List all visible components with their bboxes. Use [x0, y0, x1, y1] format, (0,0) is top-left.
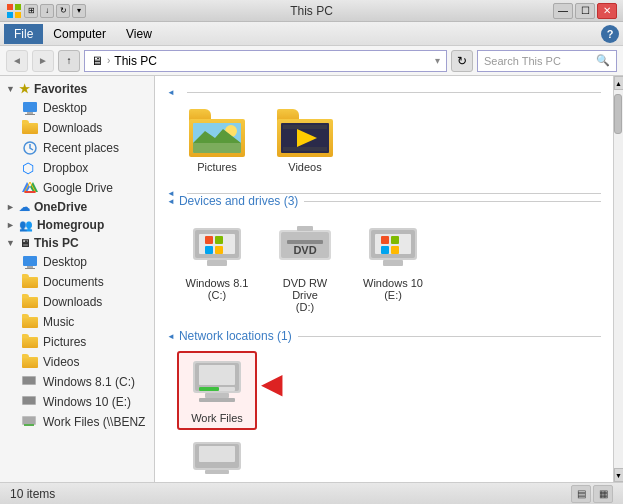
- downloads-fav-icon: [22, 120, 38, 136]
- svg-rect-55: [199, 387, 219, 391]
- grid-item-videos[interactable]: Videos: [265, 105, 345, 177]
- address-path[interactable]: 🖥 › This PC ▾: [84, 50, 447, 72]
- documents-icon: [22, 274, 38, 290]
- win81c-label: Windows 8.1 (C:): [181, 277, 253, 301]
- sidebar-section-thispc[interactable]: ▼ 🖥 This PC: [0, 234, 154, 252]
- tab-computer[interactable]: Computer: [43, 24, 116, 44]
- refresh-button[interactable]: ↻: [451, 50, 473, 72]
- sidebar-item-gdrive[interactable]: Google Drive: [0, 178, 154, 198]
- sidebar-item-videos[interactable]: Videos: [0, 352, 154, 372]
- network-divider: [298, 336, 601, 337]
- title-bar-left: ⊞ ↓ ↻ ▾: [6, 3, 86, 19]
- svg-rect-61: [205, 470, 229, 474]
- win81-drive-icon: [189, 220, 245, 273]
- status-bar: 10 items ▤ ▦: [0, 482, 623, 504]
- svg-rect-28: [283, 125, 327, 129]
- grid-item-win81c[interactable]: Windows 8.1 (C:): [177, 216, 257, 317]
- sidebar-item-downloads-pc[interactable]: Downloads: [0, 292, 154, 312]
- back-button[interactable]: ◄: [6, 50, 28, 72]
- sidebar-section-favorites[interactable]: ▼ ★ Favorites: [0, 80, 154, 98]
- pictures-folder-label: Pictures: [197, 161, 237, 173]
- minimize-button[interactable]: —: [553, 3, 573, 19]
- sidebar-section-homegroup[interactable]: ► 👥 Homegroup: [0, 216, 154, 234]
- workfiles-row: Work Files ◀: [177, 351, 283, 430]
- sidebar-item-pictures-label: Pictures: [43, 335, 86, 349]
- grid-item-pictures[interactable]: Pictures: [177, 105, 257, 177]
- dvd-label: DVD RW Drive(D:): [269, 277, 341, 313]
- workfiles-icon: [22, 414, 38, 430]
- grid-view-btn[interactable]: ▦: [593, 485, 613, 503]
- svg-rect-60: [199, 446, 235, 462]
- svg-rect-3: [15, 12, 21, 18]
- network-header-text: ◄ Network locations (1): [167, 329, 601, 343]
- videos-folder-label: Videos: [288, 161, 321, 173]
- svg-rect-1: [15, 4, 21, 10]
- qa-btn-3[interactable]: ↻: [56, 4, 70, 18]
- sidebar-item-win10[interactable]: Windows 10 (E:): [0, 392, 154, 412]
- search-box[interactable]: Search This PC 🔍: [477, 50, 617, 72]
- help-button[interactable]: ?: [601, 25, 619, 43]
- sidebar-section-onedrive[interactable]: ► ☁ OneDrive: [0, 198, 154, 216]
- sidebar-item-downloads-fav[interactable]: Downloads: [0, 118, 154, 138]
- grid-item-win10e[interactable]: Windows 10 (E:): [353, 216, 433, 317]
- sidebar-item-win10-label: Windows 10 (E:): [43, 395, 131, 409]
- dvd-drive-icon: DVD: [277, 220, 333, 273]
- workfiles-net-label: Work Files: [191, 412, 243, 424]
- tab-view[interactable]: View: [116, 24, 162, 44]
- svg-rect-46: [381, 236, 389, 244]
- svg-rect-21: [24, 424, 34, 426]
- svg-rect-4: [23, 102, 37, 112]
- grid-item-pz[interactable]: p) (Z:): [177, 434, 257, 482]
- list-view-btn[interactable]: ▤: [571, 485, 591, 503]
- grid-item-workfiles[interactable]: Work Files: [177, 351, 257, 430]
- content-wrapper: Pictures: [155, 76, 623, 482]
- grid-item-dvd[interactable]: DVD DVD RW Drive(D:): [265, 216, 345, 317]
- scroll-up-btn[interactable]: ▲: [614, 76, 624, 90]
- svg-rect-16: [23, 377, 35, 384]
- svg-rect-47: [391, 236, 399, 244]
- sidebar-item-recent[interactable]: Recent places: [0, 138, 154, 158]
- svg-rect-5: [27, 112, 33, 114]
- sidebar-item-win81[interactable]: Windows 8.1 (C:): [0, 372, 154, 392]
- sidebar-item-win81-label: Windows 8.1 (C:): [43, 375, 135, 389]
- content-scrollbar[interactable]: ▲ ▼: [613, 76, 623, 482]
- sidebar-item-music[interactable]: Music: [0, 312, 154, 332]
- win10-icon: [22, 394, 38, 410]
- videos-folder-icon: [277, 109, 333, 157]
- scroll-down-btn[interactable]: ▼: [614, 468, 624, 482]
- svg-rect-23: [193, 143, 241, 153]
- search-placeholder: Search This PC: [484, 55, 592, 67]
- onedrive-expand-icon: ►: [6, 202, 15, 212]
- content-area: Pictures: [155, 76, 613, 482]
- scroll-thumb[interactable]: [614, 94, 622, 134]
- pictures-icon: [22, 334, 38, 350]
- window-controls: — ☐ ✕: [553, 3, 617, 19]
- sidebar-item-desktop-fav[interactable]: Desktop: [0, 98, 154, 118]
- close-button[interactable]: ✕: [597, 3, 617, 19]
- search-icon[interactable]: 🔍: [596, 54, 610, 67]
- recent-icon: [22, 140, 38, 156]
- svg-rect-14: [25, 268, 35, 269]
- sidebar-item-pictures[interactable]: Pictures: [0, 332, 154, 352]
- favorites-label: Favorites: [34, 82, 87, 96]
- up-button[interactable]: ↑: [58, 50, 80, 72]
- sidebar-item-gdrive-label: Google Drive: [43, 181, 113, 195]
- win10e-label: Windows 10 (E:): [357, 277, 429, 301]
- qa-btn-2[interactable]: ↓: [40, 4, 54, 18]
- svg-rect-34: [215, 236, 223, 244]
- tab-file[interactable]: File: [4, 24, 43, 44]
- sidebar-item-dropbox[interactable]: ⬡ Dropbox: [0, 158, 154, 178]
- sidebar-item-documents[interactable]: Documents: [0, 272, 154, 292]
- sidebar-item-downloads-pc-label: Downloads: [43, 295, 102, 309]
- section-header-folders: [167, 88, 601, 97]
- path-text: This PC: [114, 54, 157, 68]
- qa-btn-dropdown[interactable]: ▾: [72, 4, 86, 18]
- gdrive-icon: [22, 180, 38, 196]
- sidebar-item-desktop-fav-label: Desktop: [43, 101, 87, 115]
- maximize-button[interactable]: ☐: [575, 3, 595, 19]
- path-dropdown[interactable]: ▾: [435, 55, 440, 66]
- sidebar-item-desktop-pc[interactable]: Desktop: [0, 252, 154, 272]
- forward-button[interactable]: ►: [32, 50, 54, 72]
- qa-btn-1[interactable]: ⊞: [24, 4, 38, 18]
- sidebar-item-workfiles[interactable]: Work Files (\\BENZ: [0, 412, 154, 432]
